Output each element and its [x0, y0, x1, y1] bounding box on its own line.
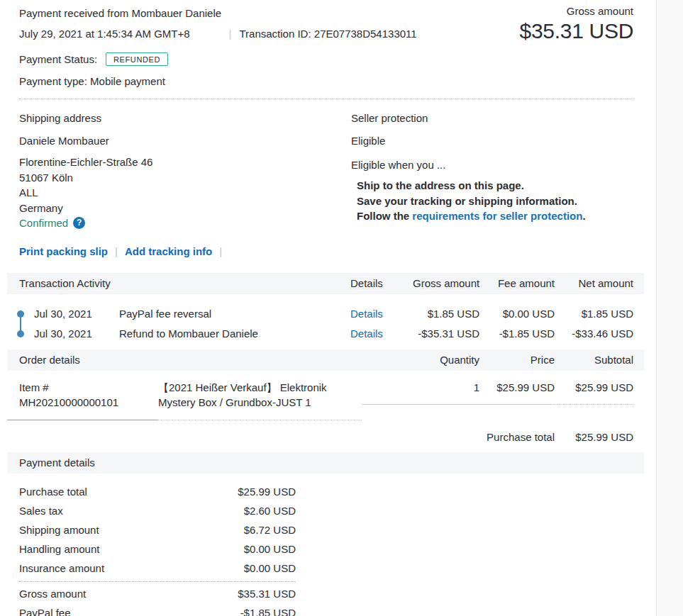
item-number-value: MH20210000000101: [19, 395, 158, 410]
eligibility-subheading: Eligible when you ...: [351, 158, 633, 172]
protection-item: Save your tracking or shipping informati…: [357, 194, 633, 209]
vertical-separator: |: [229, 27, 232, 41]
shipping-heading: Shipping address: [19, 111, 351, 125]
shipping-action-links: Print packing slip | Add tracking info |: [19, 245, 351, 257]
payment-detail-label: Handling amount: [19, 543, 99, 555]
requirements-link[interactable]: requirements for seller protection: [412, 210, 582, 222]
payment-summary-section: Gross amount $35.31 USD Payment received…: [0, 0, 633, 89]
protection-item: Follow the requirements for seller prote…: [357, 208, 633, 224]
payment-detail-value: $35.31 USD: [238, 588, 296, 600]
payment-detail-row: Sales tax $2.60 USD: [19, 501, 296, 520]
payment-detail-row: Handling amount $0.00 USD: [19, 539, 296, 559]
item-description: 【2021 Heißer Verkauf】 Elektronik Mystery…: [158, 380, 362, 420]
payment-detail-label: Gross amount: [19, 588, 86, 600]
payment-detail-value: $0.00 USD: [244, 562, 296, 574]
activity-gross-amount: $1.85 USD: [413, 308, 479, 320]
order-item-row: Item # MH20210000000101 【2021 Heißer Ver…: [7, 371, 644, 420]
help-icon[interactable]: ?: [73, 217, 85, 229]
shipping-address-section: Shipping address Daniele Mombauer Floren…: [19, 111, 351, 257]
payment-detail-value: $6.72 USD: [244, 524, 296, 536]
timeline-connector: [20, 314, 21, 335]
payment-date: July 29, 2021 at 1:45:34 AM GMT+8: [19, 27, 190, 41]
protection-item-text: Follow the: [357, 210, 412, 222]
address-protection-section: Shipping address Daniele Mombauer Floren…: [19, 111, 633, 257]
address-line: 51067 Köln: [19, 170, 351, 186]
activity-fee-amount: -$1.85 USD: [479, 327, 555, 340]
payment-detail-value: $25.99 USD: [238, 486, 296, 498]
item-price: $25.99 USD: [479, 380, 555, 405]
column-header-subtotal: Subtotal: [555, 349, 633, 371]
column-header-net: Net amount: [555, 273, 633, 294]
payment-detail-label: Insurance amount: [19, 562, 104, 574]
payment-detail-row: Gross amount $35.31 USD: [19, 584, 296, 603]
payment-detail-row: PayPal fee -$1.85 USD: [19, 603, 296, 616]
item-number-label: Item #: [19, 380, 158, 396]
details-link[interactable]: Details: [350, 308, 383, 320]
payment-detail-row: Insurance amount $0.00 USD: [19, 559, 296, 578]
dotted-divider: [19, 581, 296, 582]
payment-type: Payment type: Mobile payment: [19, 74, 633, 89]
transaction-detail-page: Gross amount $35.31 USD Payment received…: [0, 0, 644, 616]
gross-amount-block: Gross amount $35.31 USD: [520, 4, 633, 43]
gross-amount-label: Gross amount: [520, 4, 633, 18]
activity-net-amount: -$33.46 USD: [555, 327, 633, 340]
activity-row: Jul 30, 2021 PayPal fee reversal Details…: [7, 304, 633, 324]
address-line: ALL: [19, 185, 351, 201]
payment-detail-label: Sales tax: [19, 505, 63, 517]
payment-details-rows: Purchase total $25.99 USD Sales tax $2.6…: [19, 482, 296, 616]
address-line: Florentine-Eichler-Straße 46: [19, 155, 351, 170]
eligibility-status: Eligible: [351, 134, 633, 148]
page-gutter: [656, 0, 683, 616]
address-line: Germany: [19, 201, 351, 216]
transaction-id-label: Transaction ID:: [239, 27, 311, 41]
details-link[interactable]: Details: [350, 327, 383, 340]
payment-detail-label: Purchase total: [19, 486, 87, 498]
payment-detail-value: $0.00 USD: [244, 543, 296, 555]
column-header-gross: Gross amount: [413, 273, 479, 294]
section-divider: [19, 99, 633, 99]
payment-details-header-row: Payment details: [7, 452, 644, 474]
payment-detail-row: Purchase total $25.99 USD: [19, 482, 296, 501]
activity-description: Refund to Mombauer Daniele: [119, 327, 350, 340]
protection-item: Ship to the address on this page.: [357, 178, 633, 194]
payment-status-row: Payment Status: REFUNDED: [19, 50, 633, 67]
recipient-name: Daniele Mombauer: [19, 134, 351, 148]
link-separator: |: [115, 245, 118, 257]
transaction-activity-rows: Jul 30, 2021 PayPal fee reversal Details…: [7, 294, 644, 349]
transaction-activity-heading: Transaction Activity: [7, 273, 350, 294]
payment-detail-label: Shipping amount: [19, 524, 99, 536]
payment-detail-value: -$1.85 USD: [240, 607, 296, 616]
activity-description: PayPal fee reversal: [119, 308, 350, 320]
column-header-price: Price: [479, 349, 555, 371]
add-tracking-info-link[interactable]: Add tracking info: [125, 245, 212, 257]
purchase-total-label: Purchase total: [7, 430, 555, 444]
activity-gross-amount: -$35.31 USD: [413, 327, 479, 340]
order-details-heading: Order details: [7, 349, 362, 371]
activity-row: Jul 30, 2021 Refund to Mombauer Daniele …: [7, 324, 633, 344]
seller-protection-heading: Seller protection: [351, 111, 633, 125]
purchase-total-value: $25.99 USD: [555, 430, 633, 444]
protection-requirements-list: Ship to the address on this page. Save y…: [351, 178, 633, 224]
gross-amount-value: $35.31 USD: [520, 19, 633, 43]
order-details-header-row: Order details Quantity Price Subtotal: [7, 349, 644, 371]
item-quantity: 1: [362, 380, 479, 405]
column-header-fee: Fee amount: [479, 273, 555, 294]
confirmed-status: Confirmed: [19, 215, 68, 231]
payment-detail-label: PayPal fee: [19, 607, 71, 616]
activity-fee-amount: $0.00 USD: [479, 308, 555, 320]
item-subtotal: $25.99 USD: [555, 380, 633, 405]
column-header-quantity: Quantity: [362, 349, 479, 371]
print-packing-slip-link[interactable]: Print packing slip: [19, 245, 108, 257]
transaction-activity-header-row: Transaction Activity Details Gross amoun…: [7, 273, 644, 294]
address-confirmed-row: Confirmed ?: [19, 215, 351, 231]
activity-date: Jul 30, 2021: [34, 327, 119, 340]
column-header-details: Details: [350, 273, 413, 294]
activity-net-amount: $1.85 USD: [555, 308, 633, 320]
transaction-id-value: 27E07738D54133011: [314, 27, 417, 41]
payment-details-heading: Payment details: [7, 452, 633, 474]
link-separator: |: [219, 245, 222, 257]
payment-detail-row: Shipping amount $6.72 USD: [19, 520, 296, 539]
payment-detail-value: $2.60 USD: [244, 505, 296, 517]
protection-item-text: .: [582, 210, 585, 222]
seller-protection-section: Seller protection Eligible Eligible when…: [351, 111, 633, 257]
